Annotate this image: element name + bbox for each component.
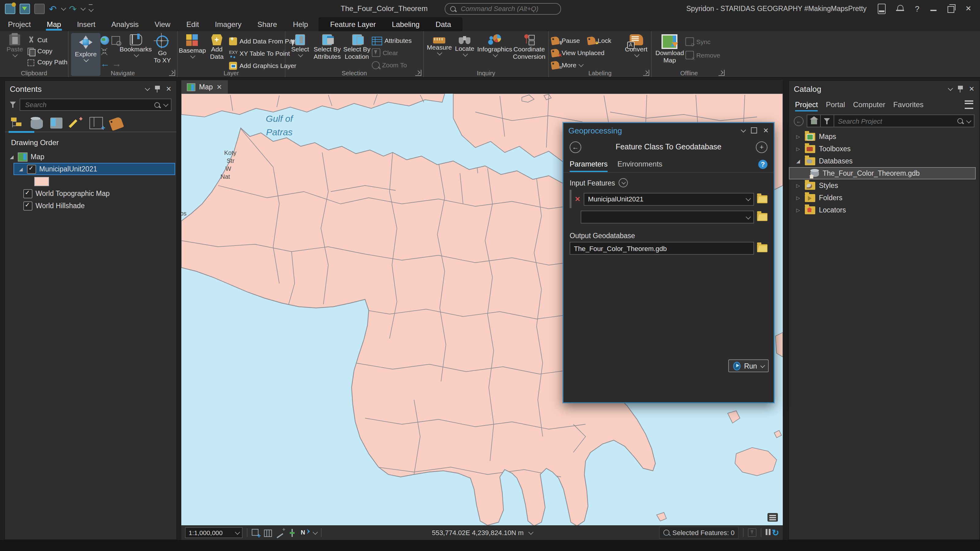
geoprocessing-menu-icon[interactable] [740, 127, 746, 133]
layer-symbol-swatch[interactable] [34, 176, 49, 186]
go-to-xy-button[interactable]: Go To XY [150, 33, 175, 64]
customize-toolbar-icon[interactable] [89, 4, 92, 13]
map-view-tab[interactable]: Map [181, 80, 228, 94]
layer-municipalunit2021[interactable]: ◢ MunicipalUnit2021 [13, 163, 175, 175]
undo-icon[interactable]: ↶ [49, 5, 57, 13]
selection-dialog-launcher[interactable] [415, 70, 422, 76]
infographics-button[interactable]: Infographics [477, 33, 512, 57]
next-extent-icon[interactable]: → [112, 60, 121, 67]
browse-output-icon[interactable] [757, 244, 767, 252]
signed-in-account[interactable]: Spyridon - STARIDAS GEOGRAPHY #MakingMap… [686, 5, 866, 12]
labeling-dialog-launcher[interactable] [643, 70, 649, 76]
catalog-options-icon[interactable] [965, 100, 973, 109]
offline-dialog-launcher[interactable] [719, 70, 725, 76]
layer-visibility-checkbox[interactable] [27, 164, 36, 173]
run-button[interactable]: Run [728, 359, 769, 372]
tab-portal[interactable]: Portal [826, 98, 845, 111]
catalog-item-toolboxes[interactable]: ▷ Toolboxes [789, 143, 979, 155]
attributes-button[interactable]: Attributes [371, 35, 412, 46]
tab-analysis[interactable]: Analysis [103, 17, 146, 31]
tab-help[interactable]: Help [285, 17, 316, 31]
edit-sketch-icon[interactable] [276, 529, 284, 537]
geoprocessing-close-icon[interactable] [763, 126, 769, 134]
run-options-icon[interactable] [760, 363, 765, 368]
pause-labeling-button[interactable]: Pause [562, 37, 580, 44]
catalog-item-locators[interactable]: ▷ Locators [789, 204, 979, 216]
open-project-icon[interactable] [20, 3, 30, 14]
browse-input-icon[interactable] [757, 195, 767, 203]
catalog-search-box[interactable] [807, 114, 975, 127]
contents-search-box[interactable] [20, 98, 172, 111]
redo-dropdown-icon[interactable] [81, 5, 86, 11]
list-by-labeling-icon[interactable] [109, 116, 124, 131]
map-attribution-icon[interactable] [767, 513, 778, 522]
tab-environments[interactable]: Environments [617, 156, 662, 172]
layer-symbol-row[interactable] [5, 175, 177, 187]
input-features-empty-combo[interactable] [581, 211, 754, 224]
home-icon[interactable] [811, 119, 817, 124]
expander-icon[interactable]: ▷ [796, 207, 801, 213]
clear-selection-button[interactable]: Clear [371, 47, 412, 58]
tab-insert[interactable]: Insert [69, 17, 103, 31]
expander-icon[interactable]: ▷ [796, 183, 801, 188]
list-by-data-source-icon[interactable] [30, 118, 43, 129]
catalog-menu-icon[interactable] [948, 86, 953, 91]
close-button[interactable] [965, 4, 971, 13]
bookmarks-button[interactable]: Bookmarks [121, 33, 150, 57]
command-search[interactable] [445, 3, 561, 14]
catalog-search-input[interactable] [834, 117, 957, 125]
select-button[interactable]: Select [288, 33, 312, 57]
status-options-icon[interactable] [313, 530, 318, 535]
catalog-search-options-icon[interactable] [966, 118, 971, 123]
expander-icon[interactable]: ◢ [19, 166, 24, 172]
back-icon[interactable]: ← [570, 141, 581, 153]
notifications-icon[interactable] [896, 5, 904, 12]
close-map-tab-icon[interactable] [216, 83, 222, 91]
explore-button[interactable]: Explore [71, 33, 100, 76]
tab-computer[interactable]: Computer [853, 98, 885, 111]
restore-button[interactable] [948, 6, 954, 13]
clear-selection-status-icon[interactable] [748, 528, 757, 537]
tab-project[interactable]: Project [795, 98, 818, 111]
coordinate-readout[interactable]: 553,774.02E 4,239,824.10N m [432, 529, 532, 536]
snapping-icon[interactable] [288, 529, 296, 537]
contents-filter-icon[interactable] [10, 101, 16, 108]
command-search-input[interactable] [460, 4, 555, 13]
layer-world-hillshade[interactable]: World Hillshade [5, 200, 177, 212]
globe-icon[interactable] [100, 36, 109, 45]
tab-map[interactable]: Map [39, 17, 69, 31]
tab-share[interactable]: Share [250, 17, 285, 31]
portal-connection-icon[interactable] [877, 3, 885, 14]
coordinate-conversion-button[interactable]: Coordinate Conversion [513, 33, 546, 60]
list-by-drawing-order-icon[interactable] [11, 117, 23, 128]
more-labeling-button[interactable]: ≡More [551, 59, 624, 70]
row-drag-handle[interactable] [570, 190, 571, 208]
tab-parameters[interactable]: Parameters [570, 156, 608, 172]
locate-button[interactable]: Locate [452, 33, 477, 56]
save-project-icon[interactable] [34, 3, 45, 14]
contents-pin-icon[interactable] [155, 85, 160, 92]
help-icon[interactable] [915, 4, 919, 13]
measure-button[interactable]: Measure [426, 33, 452, 55]
remove-row-icon[interactable]: ✕ [574, 195, 581, 203]
tab-feature-layer[interactable]: Feature Layer [322, 17, 384, 31]
add-data-button[interactable]: Add Data [205, 33, 229, 60]
tab-data[interactable]: Data [428, 17, 459, 31]
new-project-icon[interactable] [5, 3, 15, 14]
contents-search-input[interactable] [24, 100, 151, 109]
pause-drawing-icon[interactable] [766, 529, 768, 536]
contents-menu-icon[interactable] [145, 86, 150, 91]
view-unplaced-button[interactable]: ✕View Unplaced [551, 47, 624, 58]
layer-group-map[interactable]: ◢ Map [5, 151, 177, 163]
catalog-item-gdb[interactable]: The_Four_Color_Theorem.gdb [789, 167, 976, 179]
paste-button[interactable]: Paste [2, 33, 27, 57]
remove-button[interactable]: Remove [685, 49, 720, 60]
catalog-back-icon[interactable]: ← [794, 116, 803, 126]
catalog-filter-icon[interactable] [824, 117, 830, 125]
convert-labels-button[interactable]: Convert [624, 33, 649, 57]
catalog-item-maps[interactable]: ▷ Maps [789, 130, 979, 143]
navigate-dialog-launcher[interactable] [169, 70, 175, 76]
select-by-location-button[interactable]: Select By Location [342, 33, 372, 60]
tab-imagery[interactable]: Imagery [207, 17, 250, 31]
list-by-selection-icon[interactable] [50, 118, 62, 129]
